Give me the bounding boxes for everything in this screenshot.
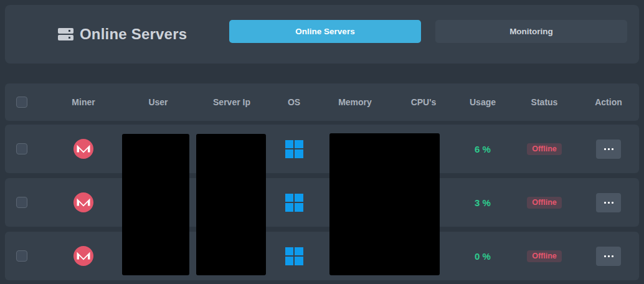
- row-checkbox[interactable]: [16, 143, 27, 154]
- ellipsis-icon: [604, 202, 606, 204]
- column-header-usage: Usage: [455, 97, 511, 107]
- column-header-os: OS: [270, 97, 318, 107]
- ellipsis-icon: [604, 255, 606, 257]
- usage-value: 0 %: [475, 251, 491, 262]
- usage-value: 3 %: [475, 197, 491, 208]
- ellipsis-icon: [604, 148, 606, 150]
- status-badge: Offline: [527, 143, 562, 155]
- page-title: Online Servers: [80, 26, 187, 43]
- windows-icon: [285, 194, 303, 212]
- page-title-group: Online Servers: [57, 5, 187, 64]
- redaction-box-memory-cpu-columns: [329, 133, 440, 275]
- column-header-action: Action: [578, 97, 639, 107]
- column-header-user: User: [123, 97, 193, 107]
- table-row: 0 % Offline: [5, 232, 639, 280]
- redaction-box-user-column: [122, 134, 189, 275]
- table-row: 6 % Offline: [5, 125, 639, 173]
- usage-value: 6 %: [475, 144, 491, 154]
- online-servers-page: Online Servers Online Servers Monitoring…: [0, 0, 644, 284]
- select-all-checkbox[interactable]: [16, 97, 27, 108]
- row-actions-button[interactable]: [596, 193, 621, 212]
- column-header-cpus: CPU's: [392, 97, 455, 107]
- redaction-box-server-ip-column: [196, 134, 266, 275]
- windows-icon: [285, 140, 303, 158]
- tab-monitoring[interactable]: Monitoring: [435, 20, 627, 43]
- monero-icon: [73, 246, 93, 266]
- tab-online-servers[interactable]: Online Servers: [229, 20, 421, 43]
- row-checkbox[interactable]: [16, 250, 27, 262]
- column-header-server-ip: Server Ip: [193, 97, 270, 107]
- row-actions-button[interactable]: [596, 247, 621, 266]
- servers-stack-icon: [57, 26, 74, 42]
- windows-icon: [285, 247, 303, 265]
- status-badge: Offline: [527, 197, 562, 209]
- row-actions-button[interactable]: [596, 140, 621, 159]
- column-header-miner: Miner: [44, 97, 123, 107]
- header-panel: Online Servers Online Servers Monitoring: [5, 5, 639, 64]
- column-header-memory: Memory: [318, 97, 392, 107]
- monero-icon: [73, 192, 93, 212]
- row-checkbox[interactable]: [16, 197, 27, 208]
- monero-icon: [73, 139, 93, 159]
- status-badge: Offline: [527, 250, 562, 262]
- table-header-row: Miner User Server Ip OS Memory CPU's Usa…: [5, 83, 639, 121]
- column-header-status: Status: [511, 97, 578, 107]
- table-row: 3 % Offline: [5, 178, 639, 227]
